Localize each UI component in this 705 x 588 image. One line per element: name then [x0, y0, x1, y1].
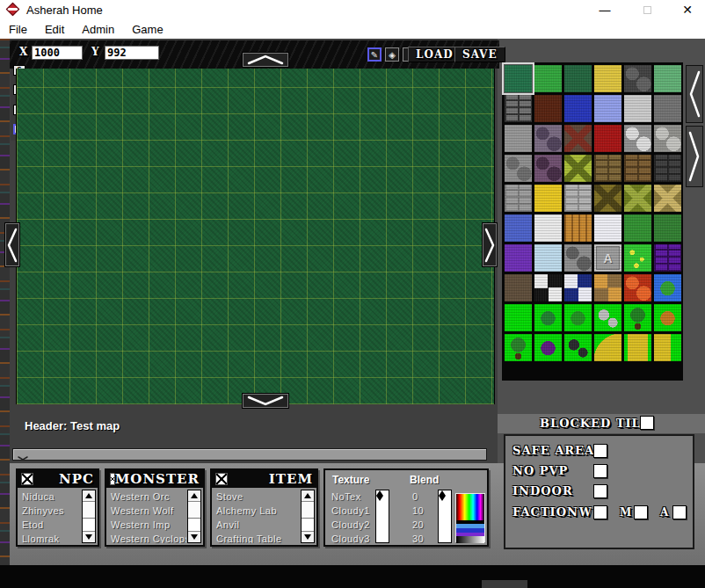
palette-tile[interactable] — [534, 214, 562, 242]
faction-w-checkbox[interactable] — [593, 505, 607, 519]
palette-tile[interactable] — [654, 125, 681, 152]
palette-tile[interactable] — [624, 334, 651, 361]
palette-tile[interactable] — [624, 185, 651, 212]
menu-admin[interactable]: Admin — [73, 23, 123, 36]
palette-tile[interactable] — [594, 125, 621, 152]
scroll-map-left-button[interactable] — [5, 223, 19, 266]
palette-tile[interactable] — [594, 304, 621, 331]
menu-file[interactable]: File — [0, 23, 36, 36]
scroll-up-arrow[interactable] — [302, 490, 314, 502]
palette-tile[interactable] — [505, 95, 532, 122]
palette-tile[interactable] — [594, 214, 621, 242]
fill-tool-button[interactable]: ◈ — [385, 47, 399, 62]
faction-m-checkbox[interactable] — [634, 505, 648, 519]
scroll-down-arrow[interactable] — [188, 531, 200, 542]
palette-tile[interactable] — [505, 125, 532, 152]
menu-game[interactable]: Game — [123, 23, 171, 36]
safe-area-checkbox[interactable] — [593, 444, 607, 458]
palette-tile[interactable] — [654, 65, 681, 92]
scroll-down-arrow[interactable] — [376, 496, 389, 501]
list-item[interactable]: Alchemy Lab — [214, 504, 300, 518]
palette-tile[interactable] — [564, 304, 592, 331]
palette-tile[interactable] — [564, 155, 592, 182]
palette-tile[interactable] — [564, 334, 592, 361]
list-item[interactable]: Zhinyves — [19, 504, 81, 518]
palette-tile[interactable] — [564, 125, 592, 152]
scroll-map-down-button[interactable] — [243, 394, 288, 408]
palette-tile[interactable] — [534, 244, 562, 272]
menu-edit[interactable]: Edit — [36, 23, 73, 36]
palette-tile[interactable] — [564, 95, 592, 122]
palette-tile[interactable] — [624, 244, 651, 272]
scrollbar-thumb[interactable] — [83, 503, 95, 519]
list-item[interactable]: Western Orc — [108, 490, 186, 504]
y-coordinate-input[interactable] — [105, 46, 159, 60]
scrollbar-thumb[interactable] — [302, 503, 314, 519]
palette-tile[interactable] — [594, 185, 621, 212]
npc-scrollbar[interactable] — [82, 490, 96, 543]
palette-tile[interactable] — [654, 155, 681, 182]
palette-tile[interactable] — [505, 155, 532, 182]
list-item[interactable]: Western Imp — [108, 518, 186, 532]
faction-a-checkbox[interactable] — [672, 505, 687, 519]
palette-tile[interactable] — [564, 65, 592, 92]
list-item[interactable]: NoTex — [329, 490, 373, 504]
list-item[interactable]: Cloudy1 — [329, 504, 373, 518]
monster-scrollbar[interactable] — [187, 490, 201, 543]
palette-tile[interactable] — [505, 244, 532, 272]
list-item[interactable]: Llomrak — [19, 532, 81, 543]
load-button[interactable]: LOAD — [408, 47, 462, 62]
palette-tile[interactable] — [505, 274, 532, 301]
item-toggle-icon[interactable] — [215, 473, 228, 485]
palette-tile-letter-a[interactable]: A — [594, 244, 621, 272]
palette-tile[interactable] — [534, 304, 562, 331]
palette-tile[interactable] — [564, 214, 592, 242]
palette-tile[interactable] — [594, 334, 621, 361]
indoor-checkbox[interactable] — [593, 484, 607, 498]
scroll-map-right-button[interactable] — [483, 223, 497, 266]
palette-tile[interactable] — [505, 334, 532, 361]
minimize-button[interactable]: — — [585, 0, 624, 19]
list-item[interactable]: Cloudy3 — [329, 532, 373, 543]
palette-tile[interactable] — [624, 65, 651, 92]
palette-tile[interactable] — [654, 304, 681, 331]
map-canvas[interactable] — [16, 69, 495, 404]
color-picker-gradient[interactable] — [455, 493, 485, 542]
scroll-map-up-button[interactable] — [243, 53, 288, 67]
palette-tile[interactable] — [505, 185, 532, 212]
palette-tile[interactable] — [654, 334, 681, 361]
npc-toggle-icon[interactable] — [21, 473, 33, 485]
palette-tile[interactable] — [564, 274, 592, 301]
list-item[interactable]: 30 — [410, 532, 434, 543]
palette-tile[interactable] — [654, 185, 681, 212]
palette-tile[interactable] — [654, 244, 681, 272]
scroll-down-arrow[interactable] — [302, 531, 314, 542]
item-scrollbar[interactable] — [301, 490, 315, 543]
blend-scrollbar[interactable] — [438, 490, 452, 543]
list-item[interactable]: Crafting Table — [214, 532, 300, 543]
palette-tile[interactable] — [505, 214, 532, 242]
palette-tile[interactable] — [564, 185, 592, 212]
palette-tile[interactable] — [654, 214, 681, 242]
scrollbar-thumb[interactable] — [188, 503, 200, 519]
palette-tile[interactable] — [505, 304, 532, 331]
pencil-tool-button[interactable]: ✎ — [367, 47, 382, 62]
palette-tile[interactable] — [534, 65, 562, 92]
palette-tile[interactable] — [534, 125, 562, 152]
palette-tile[interactable] — [594, 65, 621, 92]
palette-tile[interactable] — [534, 95, 562, 122]
list-item[interactable]: Western Wolf — [108, 504, 186, 518]
texture-scrollbar[interactable] — [375, 490, 389, 543]
scroll-down-arrow[interactable] — [83, 531, 95, 542]
list-item[interactable]: Stove — [214, 490, 300, 504]
palette-tile[interactable] — [534, 334, 562, 361]
list-item[interactable]: 0 — [410, 490, 434, 504]
palette-tile[interactable] — [624, 95, 651, 122]
palette-scroll-up-button[interactable] — [686, 65, 703, 123]
list-item[interactable]: Etod — [19, 518, 81, 532]
palette-tile[interactable] — [624, 214, 651, 242]
palette-tile[interactable] — [564, 244, 592, 272]
list-item[interactable]: 10 — [410, 504, 434, 518]
list-item[interactable]: Niduca — [19, 490, 81, 504]
list-item[interactable]: 20 — [410, 518, 434, 532]
